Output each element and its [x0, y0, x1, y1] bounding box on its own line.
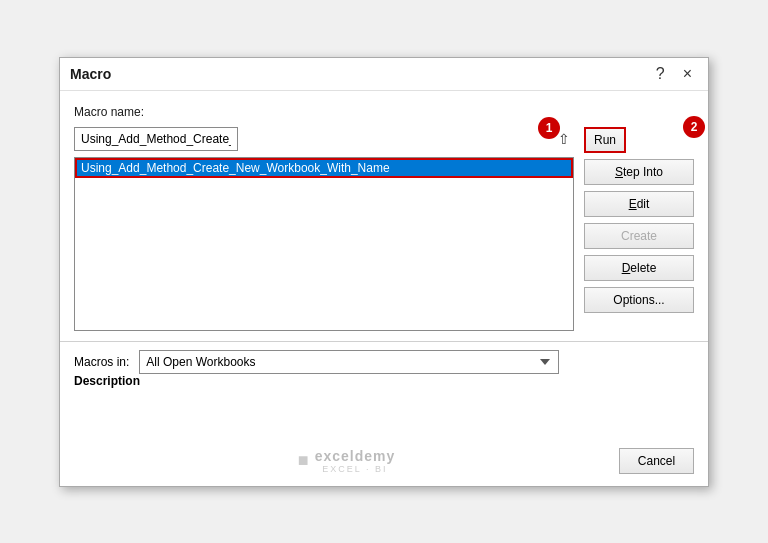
macro-name-input[interactable] [74, 127, 238, 151]
badge-2: 2 [683, 116, 705, 138]
description-label: Description [74, 374, 694, 388]
macros-in-select[interactable]: All Open Workbooks This Workbook [139, 350, 559, 374]
create-label: Create [621, 229, 657, 243]
macro-list-container: Using_Add_Method_Create_New_Workbook_Wit… [74, 157, 574, 331]
create-button[interactable]: Create [584, 223, 694, 249]
watermark-sub: EXCEL · BI [315, 464, 396, 474]
edit-button[interactable]: Edit [584, 191, 694, 217]
macro-name-badge-wrap: 1 [74, 127, 550, 151]
left-panel: Macro name: 1 ⇧ Using_Add_Method_Create_… [74, 105, 574, 331]
delete-label: elete [630, 261, 656, 275]
macros-in-label: Macros in: [74, 355, 129, 369]
watermark-content: ■ exceldemy EXCEL · BI [74, 448, 619, 474]
dialog-body: Macro name: 1 ⇧ Using_Add_Method_Create_… [60, 91, 708, 341]
bottom-buttons: ■ exceldemy EXCEL · BI Cancel [74, 428, 694, 474]
step-into-underline: S [615, 165, 623, 179]
bottom-area: Macros in: All Open Workbooks This Workb… [60, 341, 708, 486]
options-label: Options... [613, 293, 664, 307]
macro-name-row: 1 ⇧ [74, 127, 574, 151]
macro-name-label: Macro name: [74, 105, 574, 119]
run-button[interactable]: Run [584, 127, 626, 153]
macro-list-item[interactable]: Using_Add_Method_Create_New_Workbook_Wit… [75, 158, 573, 178]
watermark-text: exceldemy EXCEL · BI [315, 448, 396, 474]
watermark: ■ exceldemy EXCEL · BI [74, 448, 619, 474]
watermark-brand: exceldemy [315, 448, 396, 464]
edit-underline: E [629, 197, 637, 211]
macros-in-row: Macros in: All Open Workbooks This Workb… [74, 350, 694, 374]
run-button-wrap: Run 2 [584, 127, 694, 153]
delete-button[interactable]: Delete [584, 255, 694, 281]
step-into-label: tep Into [623, 165, 663, 179]
macro-dialog: Macro ? × Macro name: 1 ⇧ Using_Add_Meth… [59, 57, 709, 487]
title-bar: Macro ? × [60, 58, 708, 91]
help-button[interactable]: ? [650, 64, 671, 84]
options-button[interactable]: Options... [584, 287, 694, 313]
description-area [74, 388, 694, 418]
delete-underline: D [622, 261, 631, 275]
macro-list[interactable]: Using_Add_Method_Create_New_Workbook_Wit… [75, 158, 573, 330]
cancel-button[interactable]: Cancel [619, 448, 694, 474]
close-button[interactable]: × [677, 64, 698, 84]
step-into-button[interactable]: Step Into [584, 159, 694, 185]
edit-label: dit [637, 197, 650, 211]
upload-icon[interactable]: ⇧ [554, 129, 574, 149]
dialog-title: Macro [70, 66, 111, 82]
title-bar-controls: ? × [650, 64, 698, 84]
right-panel: Run 2 Step Into Edit Create Delete Optio… [584, 105, 694, 331]
watermark-icon: ■ [298, 450, 309, 471]
